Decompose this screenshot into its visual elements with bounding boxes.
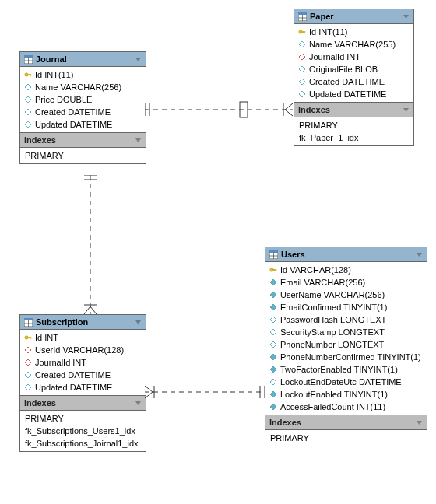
column-row[interactable]: TwoFactorEnabled TINYINT(1) (265, 363, 427, 376)
column-row[interactable]: SecurityStamp LONGTEXT (265, 326, 427, 338)
column-row[interactable]: UserId VARCHAR(128) (20, 344, 146, 356)
diamond-icon (269, 341, 277, 348)
column-row[interactable]: Email VARCHAR(256) (265, 276, 427, 289)
entity-title: Users (281, 250, 305, 259)
column-row[interactable]: Id INT(11) (294, 26, 413, 38)
column-row[interactable]: JournalId INT (294, 51, 413, 63)
svg-marker-25 (299, 91, 305, 97)
column-row[interactable]: JournalId INT (20, 356, 146, 369)
svg-rect-7 (30, 74, 31, 76)
column-text: UserId VARCHAR(128) (35, 345, 124, 355)
svg-marker-17 (403, 15, 409, 19)
column-text: Price DOUBLE (35, 95, 92, 104)
column-text: Created DATETIME (309, 77, 385, 86)
column-row[interactable]: Id INT(11) (20, 68, 146, 81)
column-text: AccessFailedCount INT(11) (280, 402, 385, 411)
svg-point-5 (25, 73, 28, 76)
diamond-solid-icon (269, 353, 277, 361)
entity-header-paper[interactable]: Paper (294, 9, 413, 24)
svg-rect-34 (30, 337, 31, 339)
entity-title: Paper (310, 12, 334, 21)
entity-header-journal[interactable]: Journal (20, 52, 146, 67)
entity-header-subscription[interactable]: Subscription (20, 315, 146, 330)
users-indexes: PRIMARY (265, 430, 427, 446)
table-icon (24, 318, 33, 327)
column-row[interactable]: Id VARCHAR(128) (265, 264, 427, 276)
svg-marker-54 (270, 354, 276, 360)
column-row[interactable]: Created DATETIME (20, 369, 146, 381)
index-row[interactable]: PRIMARY (265, 432, 427, 444)
column-row[interactable]: Id INT (20, 331, 146, 344)
table-icon (24, 55, 33, 64)
chevron-down-icon (402, 106, 410, 114)
column-row[interactable]: OriginalFile BLOB (294, 63, 413, 75)
index-row[interactable]: fk_Paper_1_idx (294, 131, 413, 144)
chevron-down-icon (134, 136, 142, 144)
column-text: PhoneNumberConfirmed TINYINT(1) (280, 352, 421, 362)
indexes-header[interactable]: Indexes (20, 132, 146, 148)
svg-rect-14 (298, 12, 307, 15)
entity-subscription[interactable]: Subscription Id INTUserId VARCHAR(128)Jo… (19, 314, 146, 452)
svg-point-32 (25, 336, 28, 339)
entity-users[interactable]: Users Id VARCHAR(128)Email VARCHAR(256)U… (265, 247, 427, 446)
column-row[interactable]: EmailConfirmed TINYINT(1) (265, 301, 427, 313)
indexes-header[interactable]: Indexes (265, 415, 427, 430)
column-row[interactable]: Created DATETIME (20, 106, 146, 118)
svg-marker-37 (25, 372, 31, 378)
index-row[interactable]: PRIMARY (294, 119, 413, 131)
column-row[interactable]: Name VARCHAR(256) (20, 81, 146, 93)
column-text: LockoutEndDateUtc DATETIME (280, 377, 402, 387)
entity-header-users[interactable]: Users (265, 247, 427, 262)
svg-rect-20 (304, 31, 305, 33)
key-icon (298, 28, 306, 36)
column-text: Name VARCHAR(255) (309, 40, 396, 49)
index-row[interactable]: fk_Subscriptions_Joirnal1_idx (20, 437, 146, 450)
indexes-header[interactable]: Indexes (294, 102, 413, 117)
index-row[interactable]: PRIMARY (20, 149, 146, 162)
column-text: Created DATETIME (35, 370, 111, 380)
column-row[interactable]: LockoutEnabled TINYINT(1) (265, 388, 427, 401)
svg-marker-51 (270, 317, 276, 323)
svg-line-71 (90, 306, 97, 314)
users-columns: Id VARCHAR(128)Email VARCHAR(256)UserNam… (265, 262, 427, 415)
column-row[interactable]: PhoneNumber LONGTEXT (265, 338, 427, 351)
chevron-down-icon (134, 318, 142, 326)
svg-marker-55 (270, 366, 276, 373)
fk-icon (24, 359, 32, 366)
column-row[interactable]: Updated DATETIME (20, 118, 146, 131)
svg-marker-4 (135, 58, 141, 61)
entity-title: Journal (36, 54, 67, 64)
column-text: JournalId INT (309, 52, 360, 61)
column-row[interactable]: AccessFailedCount INT(11) (265, 401, 427, 413)
subscription-columns: Id INTUserId VARCHAR(128)JournalId INTCr… (20, 330, 146, 395)
index-row[interactable]: fk_Subscriptions_Users1_idx (20, 425, 146, 437)
column-row[interactable]: Updated DATETIME (294, 88, 413, 100)
column-row[interactable]: Created DATETIME (294, 75, 413, 88)
column-text: TwoFactorEnabled TINYINT(1) (280, 365, 398, 374)
svg-rect-63 (240, 102, 248, 117)
column-text: Id INT (35, 333, 58, 342)
diamond-solid-icon (269, 390, 277, 398)
entity-journal[interactable]: Journal Id INT(11)Name VARCHAR(256)Price… (19, 51, 146, 164)
column-text: PhoneNumber LONGTEXT (280, 340, 384, 349)
svg-marker-52 (270, 329, 276, 335)
index-row[interactable]: PRIMARY (20, 412, 146, 425)
svg-marker-8 (25, 84, 31, 90)
column-row[interactable]: PasswordHash LONGTEXT (265, 313, 427, 326)
column-row[interactable]: Price DOUBLE (20, 93, 146, 106)
column-row[interactable]: Name VARCHAR(255) (294, 38, 413, 51)
column-text: Name VARCHAR(256) (35, 82, 121, 92)
diamond-icon (269, 328, 277, 336)
column-row[interactable]: PhoneNumberConfirmed TINYINT(1) (265, 351, 427, 363)
indexes-label: Indexes (269, 418, 301, 427)
entity-paper[interactable]: Paper Id INT(11)Name VARCHAR(255)Journal… (294, 9, 414, 146)
journal-indexes: PRIMARY (20, 148, 146, 163)
subscription-indexes: PRIMARYfk_Subscriptions_Users1_idxfk_Sub… (20, 411, 146, 451)
column-row[interactable]: LockoutEndDateUtc DATETIME (265, 376, 427, 388)
column-row[interactable]: Updated DATETIME (20, 381, 146, 394)
chevron-down-icon (415, 418, 423, 426)
column-row[interactable]: UserName VARCHAR(256) (265, 289, 427, 301)
svg-point-18 (299, 30, 302, 33)
indexes-header[interactable]: Indexes (20, 395, 146, 411)
svg-marker-59 (417, 421, 422, 425)
